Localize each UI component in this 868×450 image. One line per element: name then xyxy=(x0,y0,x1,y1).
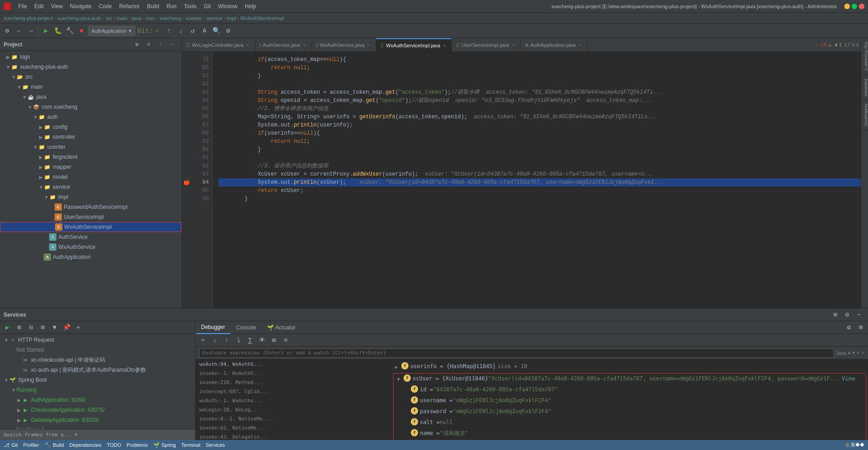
service-gateway-app[interactable]: ▶ ▶ GatewayApplication :63010/ xyxy=(0,415,195,425)
status-build[interactable]: 🔨 Build xyxy=(45,442,64,448)
tree-item-authapplication[interactable]: ▶ A AuthApplication xyxy=(0,252,182,262)
tab-close-wxauthservice[interactable]: × xyxy=(366,42,371,48)
service-http-request[interactable]: ▼ ≡ HTTP Request xyxy=(0,335,195,345)
pin-icon[interactable]: 📌 xyxy=(61,322,72,333)
status-dependencies[interactable]: Dependencies xyxy=(69,442,101,448)
tree-item-auth[interactable]: ▼ 📁 auth xyxy=(0,112,182,122)
tab-close-authservice[interactable]: × xyxy=(302,42,307,48)
tree-item-logs[interactable]: ▶ 📁 logs xyxy=(0,52,182,62)
var-userinfo[interactable]: ▶ f userinfo = {HashMap@11845} size = 10 xyxy=(391,361,868,372)
evaluate-input[interactable] xyxy=(199,349,834,358)
lang-dropdown-down[interactable]: ▼ xyxy=(852,351,854,355)
menu-view[interactable]: View xyxy=(47,0,66,12)
status-profiler[interactable]: Profiler xyxy=(23,442,39,448)
sidebar-collapse-icon[interactable]: ≡ xyxy=(143,39,154,50)
call-item-9[interactable]: invoke:43, Delegatin... xyxy=(196,432,391,440)
filter-icon[interactable]: ▼ xyxy=(49,322,60,333)
panel-minimize-icon[interactable]: − xyxy=(853,309,864,320)
tree-item-service[interactable]: ▼ 📁 service xyxy=(0,182,182,192)
status-services[interactable]: Services xyxy=(206,442,225,448)
tree-item-com-xuecheng[interactable]: ▼ 📦 com.xuecheng xyxy=(0,102,182,112)
tab-wxlogincontroller[interactable]: C WxLoginController.java × xyxy=(182,38,255,52)
add-service-icon[interactable]: + xyxy=(73,322,84,333)
call-item-4[interactable]: intercept:687, Cglib... xyxy=(196,387,391,396)
expand-all-icon[interactable]: ⊞ xyxy=(14,322,25,333)
var-view-link[interactable]: View xyxy=(842,374,855,383)
lang-dropdown-icon[interactable]: ▲ xyxy=(848,351,850,355)
add-watch-icon2[interactable]: + xyxy=(861,350,864,356)
debug-layout-icon[interactable]: ⊞ xyxy=(855,322,866,333)
debug-run-to-cursor-icon[interactable]: ⤵ xyxy=(233,335,244,346)
service-checkcode-app[interactable]: ▶ ▶ CheckcodeApplication :63075/ xyxy=(0,405,195,415)
debug-watch-icon[interactable]: 👁 xyxy=(257,335,267,346)
call-item-2[interactable]: invoke:-1, WxAuthS... xyxy=(196,369,391,378)
menu-build[interactable]: Build xyxy=(143,0,163,12)
tab-wxauthserviceimpl[interactable]: C WxAuthServiceImpl.java × xyxy=(376,38,452,52)
debug-icon[interactable]: 🐛 xyxy=(52,25,63,36)
breadcrumb-class[interactable]: WxAuthServiceImpl xyxy=(241,15,284,21)
var-name[interactable]: ▶ f name = "清风微凉" xyxy=(394,428,866,439)
tree-item-ucenter[interactable]: ▼ 📁 ucenter xyxy=(0,142,182,152)
tab-console[interactable]: Console xyxy=(231,321,262,334)
run-icon[interactable]: ▶ xyxy=(40,25,51,36)
breadcrumb-project[interactable]: xuecheng-plus-project xyxy=(4,15,53,21)
breadcrumb-com[interactable]: com xyxy=(146,15,155,21)
breadcrumb-impl[interactable]: impl xyxy=(227,15,236,21)
breadcrumb-java[interactable]: java xyxy=(132,15,141,21)
call-item-1[interactable]: wxAuth:94, WxAuthS... xyxy=(196,359,391,369)
call-item-6[interactable]: wxLogin:28, WxLog... xyxy=(196,405,391,414)
undo-icon[interactable]: ↺ xyxy=(187,25,198,36)
var-password[interactable]: ▶ f password = "oWgGz1FENlJcjAo0qZuqFxkl… xyxy=(394,406,866,417)
debug-step-into-icon[interactable]: ↓ xyxy=(209,335,220,346)
panel-maximize-icon[interactable]: ⊞ xyxy=(830,309,841,320)
var-nickname[interactable]: ▶ f nickname = "清风微凉" xyxy=(394,439,866,440)
tab-close-wxauthserviceimpl[interactable]: × xyxy=(442,42,447,49)
tree-item-password-impl[interactable]: ▶ C PasswordAuthServiceImpl xyxy=(0,202,182,212)
breadcrumb-src[interactable]: src xyxy=(106,15,112,21)
tab-close-userserviceimpl[interactable]: × xyxy=(511,42,515,48)
debug-step-over-icon[interactable]: ↷ xyxy=(197,335,208,346)
var-username[interactable]: ▶ f username = "oWgGz1FENlJcjAo0qZuqFxkl… xyxy=(394,395,866,406)
tab-close-authapplication[interactable]: × xyxy=(577,42,582,48)
minimize-button[interactable]: − xyxy=(844,4,850,9)
breadcrumb-xuecheng[interactable]: xuecheng xyxy=(159,15,181,21)
key-promoter-panel[interactable]: Key Promoter X xyxy=(861,38,868,75)
frame-switch-dropdown[interactable]: ▼ xyxy=(75,432,78,438)
status-problems[interactable]: Problems xyxy=(126,442,147,448)
menu-refactor[interactable]: Refactor xyxy=(116,0,143,12)
call-item-3[interactable]: invoke:218, Method... xyxy=(196,378,391,387)
close-button[interactable]: × xyxy=(859,4,864,9)
tab-authservice[interactable]: I AuthService.java × xyxy=(255,38,312,52)
call-item-5[interactable]: wxAuth:-1, WxAuths... xyxy=(196,396,391,405)
tree-item-java[interactable]: ▼ ☕ java xyxy=(0,92,182,102)
var-id[interactable]: ▶ f id = "84387a7c-48a0-4260-805a-cfa471… xyxy=(394,384,866,395)
tree-item-impl[interactable]: ▼ 📁 impl xyxy=(0,192,182,202)
maximize-button[interactable]: □ xyxy=(852,4,857,9)
sidebar-settings-icon[interactable]: ⋮ xyxy=(155,39,166,50)
debug-more-icon[interactable]: ≡ xyxy=(280,335,291,346)
sidebar-expand-icon[interactable]: ⊞ xyxy=(131,39,142,50)
menu-window[interactable]: Window xyxy=(214,0,241,12)
tree-item-mapper[interactable]: ▶ 📁 mapper xyxy=(0,162,182,172)
git-icon[interactable]: Git: xyxy=(140,25,151,36)
tree-item-config[interactable]: ▶ 📁 config xyxy=(0,122,182,132)
tab-wxauthservice[interactable]: I WxAuthService.java × xyxy=(312,38,376,52)
scroll-up-icon[interactable]: ∧ xyxy=(852,42,855,48)
menu-tools[interactable]: Tools xyxy=(180,0,200,12)
search-icon[interactable]: 🔍 xyxy=(211,25,222,36)
breadcrumb-ucenter[interactable]: ucenter xyxy=(186,15,202,21)
forward-icon[interactable]: → xyxy=(25,25,36,36)
tab-close-wxlogincontroller[interactable]: × xyxy=(245,42,250,48)
status-terminal[interactable]: Terminal xyxy=(182,442,201,448)
menu-git[interactable]: Git xyxy=(200,0,214,12)
tab-userserviceimpl[interactable]: C UserServiceImpl.java × xyxy=(452,38,520,52)
menu-help[interactable]: Help xyxy=(241,0,260,12)
status-spring[interactable]: 🌱 Spring xyxy=(153,442,176,448)
settings-icon[interactable]: ⚙ xyxy=(222,25,233,36)
code-content[interactable]: if(access_token_map==null){ return null;… xyxy=(213,52,861,308)
tree-item-main[interactable]: ▼ 📁 main xyxy=(0,82,182,92)
group-icon[interactable]: ⊞ xyxy=(37,322,48,333)
menu-navigate[interactable]: Navigate xyxy=(66,0,95,12)
run-configuration[interactable]: AuthApplication ▼ xyxy=(88,25,136,36)
collapse-all-icon[interactable]: ⊟ xyxy=(25,322,36,333)
